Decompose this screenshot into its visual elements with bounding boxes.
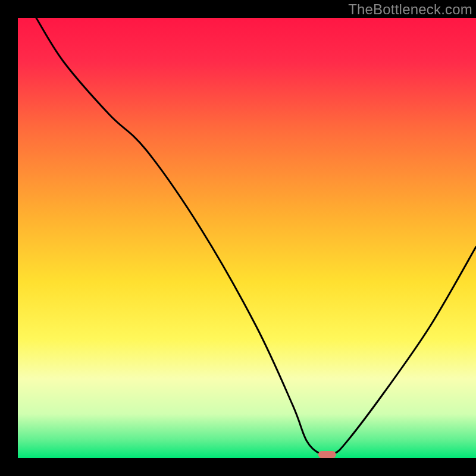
gradient-background: [18, 18, 476, 458]
bottleneck-chart: [0, 0, 476, 476]
chart-container: TheBottleneck.com: [0, 0, 476, 476]
watermark-label: TheBottleneck.com: [348, 1, 472, 18]
optimum-marker: [318, 451, 336, 458]
